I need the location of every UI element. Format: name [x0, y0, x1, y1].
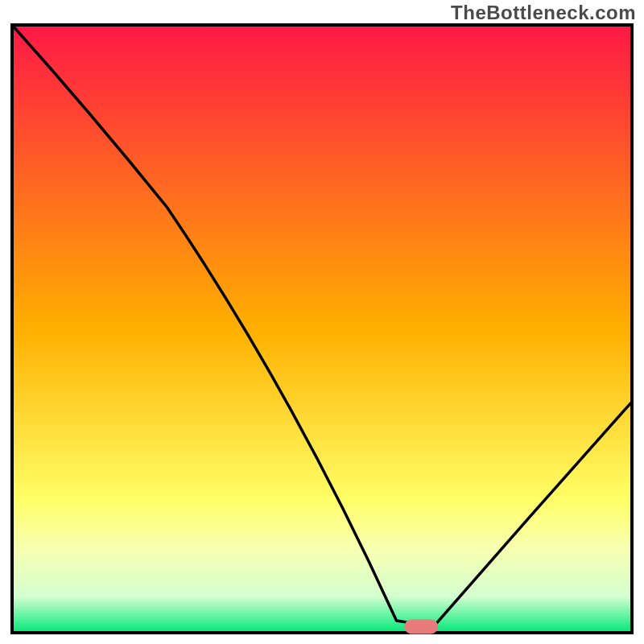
bottleneck-chart: TheBottleneck.com — [0, 0, 644, 644]
watermark-text: TheBottleneck.com — [451, 2, 636, 24]
chart-canvas — [0, 0, 644, 644]
optimal-marker — [404, 619, 438, 634]
plot-background — [12, 25, 632, 633]
